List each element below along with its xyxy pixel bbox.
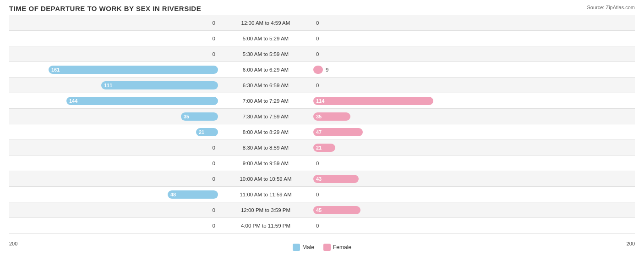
chart-row: 05:30 AM to 5:59 AM0	[9, 46, 635, 62]
chart-row: 357:30 AM to 7:59 AM35	[9, 109, 635, 124]
female-bar: 47	[313, 128, 363, 136]
female-section: 0	[311, 20, 635, 26]
time-label: 6:30 AM to 6:59 AM	[220, 83, 311, 88]
time-label: 12:00 AM to 4:59 AM	[220, 20, 311, 26]
male-value: 0	[204, 145, 215, 150]
female-bar-label: 35	[316, 114, 322, 119]
male-bar: 111	[101, 81, 218, 89]
male-section: 0	[9, 20, 220, 26]
female-section: 114	[311, 97, 635, 105]
female-section: 35	[311, 112, 635, 121]
male-section: 111	[9, 81, 220, 89]
female-value: 0	[316, 223, 327, 228]
male-value: 0	[204, 207, 215, 213]
male-value: 0	[204, 223, 215, 228]
legend-female: Female	[323, 244, 351, 251]
chart-row: 010:00 AM to 10:59 AM43	[9, 171, 635, 187]
female-section: 21	[311, 144, 635, 152]
female-section: 0	[311, 192, 635, 197]
chart-row: 1447:00 AM to 7:29 AM114	[9, 93, 635, 109]
time-label: 5:00 AM to 5:29 AM	[220, 36, 311, 41]
male-value: 0	[204, 36, 215, 41]
chart-row: 1116:30 AM to 6:59 AM0	[9, 78, 635, 93]
time-label: 6:00 AM to 6:29 AM	[220, 67, 311, 72]
legend-male-label: Male	[302, 244, 314, 251]
male-section: 35	[9, 112, 220, 121]
female-value: 0	[316, 83, 327, 88]
female-section: 0	[311, 83, 635, 88]
chart-row: 04:00 PM to 11:59 PM0	[9, 218, 635, 234]
female-bar-label: 47	[316, 129, 322, 135]
male-bar-label: 35	[184, 114, 189, 119]
male-bar-label: 21	[199, 129, 204, 135]
chart-row: 012:00 AM to 4:59 AM0	[9, 15, 635, 31]
chart-row: 4811:00 AM to 11:59 AM0	[9, 187, 635, 202]
time-label: 9:00 AM to 9:59 AM	[220, 161, 311, 166]
male-section: 0	[9, 36, 220, 41]
male-bar: 161	[49, 66, 218, 74]
female-value: 9	[326, 67, 337, 72]
time-label: 8:30 AM to 8:59 AM	[220, 145, 311, 150]
female-bar: 21	[313, 144, 335, 152]
female-section: 0	[311, 223, 635, 228]
time-label: 11:00 AM to 11:59 AM	[220, 192, 311, 197]
male-section: 0	[9, 145, 220, 150]
male-bar-label: 111	[104, 83, 112, 88]
female-section: 0	[311, 161, 635, 166]
female-bar: 35	[313, 112, 350, 121]
chart-container: TIME OF DEPARTURE TO WORK BY SEX IN RIVE…	[0, 0, 644, 273]
source-text: Source: ZipAtlas.com	[587, 5, 635, 10]
male-bar: 21	[196, 128, 218, 136]
chart-row: 05:00 AM to 5:29 AM0	[9, 31, 635, 46]
male-bar-label: 48	[170, 192, 176, 197]
time-label: 5:30 AM to 5:59 AM	[220, 51, 311, 57]
female-value: 0	[316, 161, 327, 166]
chart-row: 012:00 PM to 3:59 PM45	[9, 202, 635, 218]
legend-female-label: Female	[333, 244, 351, 251]
male-section: 161	[9, 66, 220, 74]
female-bar: 114	[313, 97, 433, 105]
chart-row: 08:30 AM to 8:59 AM21	[9, 140, 635, 156]
female-bar: 43	[313, 175, 359, 183]
female-bar-label: 114	[316, 98, 324, 104]
legend-male: Male	[293, 244, 314, 251]
female-bar-label: 21	[316, 145, 322, 150]
male-section: 0	[9, 207, 220, 213]
female-section: 0	[311, 51, 635, 57]
male-section: 48	[9, 190, 220, 199]
male-value: 0	[204, 20, 215, 26]
male-section: 0	[9, 176, 220, 182]
male-value: 0	[204, 51, 215, 57]
legend-female-box	[323, 244, 331, 251]
female-section: 43	[311, 175, 635, 183]
time-label: 7:00 AM to 7:29 AM	[220, 98, 311, 104]
male-bar-label: 161	[51, 67, 60, 72]
time-label: 10:00 AM to 10:59 AM	[220, 176, 311, 182]
female-value: 0	[316, 51, 327, 57]
male-bar: 48	[168, 190, 218, 199]
chart-area: 012:00 AM to 4:59 AM005:00 AM to 5:29 AM…	[9, 15, 635, 240]
male-section: 0	[9, 223, 220, 228]
female-value: 0	[316, 20, 327, 26]
female-bar-label: 43	[316, 176, 322, 182]
female-section: 47	[311, 128, 635, 136]
male-bar: 144	[66, 97, 218, 105]
male-section: 21	[9, 128, 220, 136]
female-section: 9	[311, 66, 635, 74]
male-section: 0	[9, 51, 220, 57]
female-section: 0	[311, 36, 635, 41]
chart-row: 09:00 AM to 9:59 AM0	[9, 156, 635, 171]
legend-male-box	[293, 244, 300, 251]
axis-left: 200	[9, 241, 17, 251]
female-value: 0	[316, 192, 327, 197]
legend: Male Female	[293, 244, 351, 251]
female-value: 0	[316, 36, 327, 41]
time-label: 4:00 PM to 11:59 PM	[220, 223, 311, 228]
time-label: 7:30 AM to 7:59 AM	[220, 114, 311, 119]
female-section: 45	[311, 206, 635, 214]
chart-title: TIME OF DEPARTURE TO WORK BY SEX IN RIVE…	[9, 5, 635, 12]
female-bar-label: 45	[316, 207, 322, 213]
male-section: 144	[9, 97, 220, 105]
chart-row: 218:00 AM to 8:29 AM47	[9, 124, 635, 140]
time-label: 8:00 AM to 8:29 AM	[220, 129, 311, 135]
